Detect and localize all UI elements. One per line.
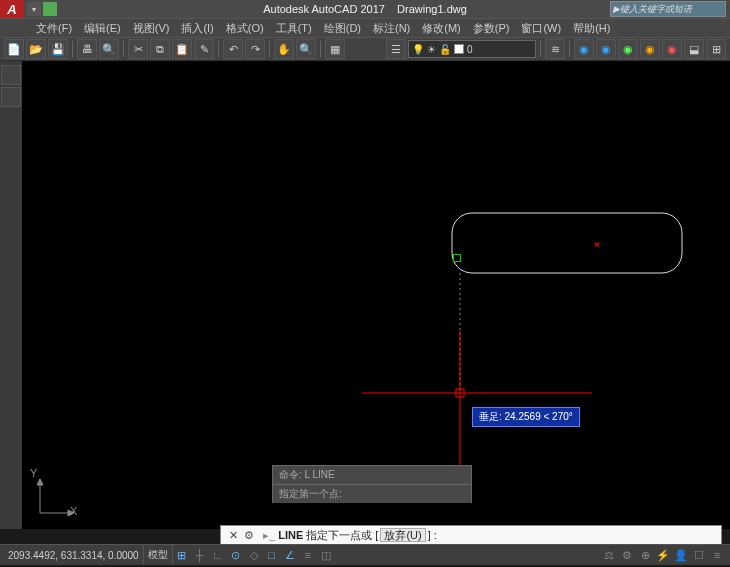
table-icon[interactable]: ▦ [325, 39, 345, 59]
copy-icon[interactable]: ⧉ [150, 39, 170, 59]
plot-preview-icon[interactable]: 🔍 [99, 39, 119, 59]
cut-icon[interactable]: ✂ [128, 39, 148, 59]
command-history: 命令: L LINE 指定第一个点: [272, 465, 472, 503]
osnap-marker-icon [453, 254, 461, 262]
marker-x-icon [594, 241, 600, 247]
menu-draw[interactable]: 绘图(D) [318, 21, 367, 36]
workspace-switch-icon[interactable]: ⚙ [618, 547, 636, 563]
menu-insert[interactable]: 插入(I) [175, 21, 219, 36]
snap-toggle-icon[interactable]: ┼ [191, 547, 209, 563]
lock-icon: 🔓 [439, 44, 451, 55]
help-search[interactable]: ▶ 键入关键字或短语 [610, 1, 726, 17]
pan-icon[interactable]: ✋ [274, 39, 294, 59]
command-line[interactable]: ✕ ⚙ ▸_ LINE 指定下一点或 [放弃(U)] : [220, 525, 722, 545]
save-icon[interactable]: 💾 [48, 39, 68, 59]
polar-toggle-icon[interactable]: ⊙ [227, 547, 245, 563]
menu-format[interactable]: 格式(O) [220, 21, 270, 36]
style-btn-4[interactable]: ◉ [640, 39, 660, 59]
new-icon[interactable]: 📄 [4, 39, 24, 59]
statusbar: 2093.4492, 631.3314, 0.0000 模型 ⊞ ┼ ∟ ⊙ ◇… [0, 544, 730, 565]
ann-monitor-icon[interactable]: ⊕ [636, 547, 654, 563]
hardware-accel-icon[interactable]: ⚡ [654, 547, 672, 563]
open-icon[interactable]: 📂 [26, 39, 46, 59]
osnap-toggle-icon[interactable]: □ [263, 547, 281, 563]
paste-icon[interactable]: 📋 [172, 39, 192, 59]
layer-prop-icon[interactable]: ☰ [386, 39, 406, 59]
zoom-icon[interactable]: 🔍 [296, 39, 316, 59]
style-btn-1[interactable]: ◉ [574, 39, 594, 59]
grid-toggle-icon[interactable]: ⊞ [173, 547, 191, 563]
menu-window[interactable]: 窗口(W) [515, 21, 567, 36]
layer-iso-icon[interactable]: ≋ [545, 39, 565, 59]
menu-view[interactable]: 视图(V) [127, 21, 176, 36]
drawing-canvas[interactable]: 垂足: 24.2569 < 270° Y X 命令: L LINE 指定第一个点… [22, 61, 730, 529]
annotation-scale-icon[interactable]: ⚖ [600, 547, 618, 563]
toolbar-standard: 📄 📂 💾 🖶 🔍 ✂ ⧉ 📋 ✎ ↶ ↷ ✋ 🔍 ▦ ☰ 💡 ☀ 🔓 0 ≋ … [0, 37, 730, 61]
menu-edit[interactable]: 编辑(E) [78, 21, 127, 36]
freeze-icon: ☀ [427, 44, 436, 55]
titlebar: A ▾ Autodesk AutoCAD 2017 Drawing1.dwg ▶… [0, 0, 730, 18]
menu-modify[interactable]: 修改(M) [416, 21, 467, 36]
menu-help[interactable]: 帮助(H) [567, 21, 616, 36]
transparency-toggle-icon[interactable]: ◫ [317, 547, 335, 563]
svg-rect-0 [452, 213, 682, 273]
clean-screen-icon[interactable]: ☐ [690, 547, 708, 563]
cmd-config-icon[interactable]: ⚙ [241, 529, 257, 542]
match-icon[interactable]: ✎ [194, 39, 214, 59]
status-model-button[interactable]: 模型 [144, 545, 173, 565]
layer-dropdown[interactable]: 💡 ☀ 🔓 0 [408, 40, 536, 58]
iso-toggle-icon[interactable]: ◇ [245, 547, 263, 563]
ortho-toggle-icon[interactable]: ∟ [209, 547, 227, 563]
status-coords: 2093.4492, 631.3314, 0.0000 [4, 545, 144, 565]
qat-dropdown[interactable]: ▾ [27, 2, 41, 16]
qat-open[interactable] [43, 2, 57, 16]
menubar: 文件(F) 编辑(E) 视图(V) 插入(I) 格式(O) 工具(T) 绘图(D… [0, 18, 730, 37]
menu-dimension[interactable]: 标注(N) [367, 21, 416, 36]
menu-file[interactable]: 文件(F) [30, 21, 78, 36]
style-btn-6[interactable]: ⬓ [684, 39, 704, 59]
lineweight-toggle-icon[interactable]: ≡ [299, 547, 317, 563]
rect-tool-icon[interactable] [1, 87, 21, 107]
app-icon[interactable]: A [0, 0, 24, 18]
menu-tools[interactable]: 工具(T) [270, 21, 318, 36]
left-toolbar [0, 61, 22, 529]
svg-marker-7 [37, 479, 43, 485]
cmd-close-icon[interactable]: ✕ [225, 529, 241, 542]
isolate-objects-icon[interactable]: 👤 [672, 547, 690, 563]
dynamic-input-tooltip: 垂足: 24.2569 < 270° [472, 407, 580, 427]
layer-color-swatch [454, 44, 464, 54]
window-title: Autodesk AutoCAD 2017 Drawing1.dwg [263, 3, 467, 15]
print-icon[interactable]: 🖶 [77, 39, 97, 59]
customize-icon[interactable]: ≡ [708, 547, 726, 563]
cmd-option-undo[interactable]: 放弃(U) [380, 528, 425, 542]
style-btn-5[interactable]: ◉ [662, 39, 682, 59]
drawing-svg [22, 61, 730, 529]
redo-icon[interactable]: ↷ [245, 39, 265, 59]
menu-parametric[interactable]: 参数(P) [467, 21, 516, 36]
style-btn-2[interactable]: ◉ [596, 39, 616, 59]
otrack-toggle-icon[interactable]: ∠ [281, 547, 299, 563]
undo-icon[interactable]: ↶ [223, 39, 243, 59]
layer-name: 0 [467, 44, 473, 55]
style-btn-7[interactable]: ⊞ [706, 39, 726, 59]
style-btn-3[interactable]: ◉ [618, 39, 638, 59]
line-tool-icon[interactable] [1, 65, 21, 85]
lightbulb-icon: 💡 [412, 44, 424, 55]
